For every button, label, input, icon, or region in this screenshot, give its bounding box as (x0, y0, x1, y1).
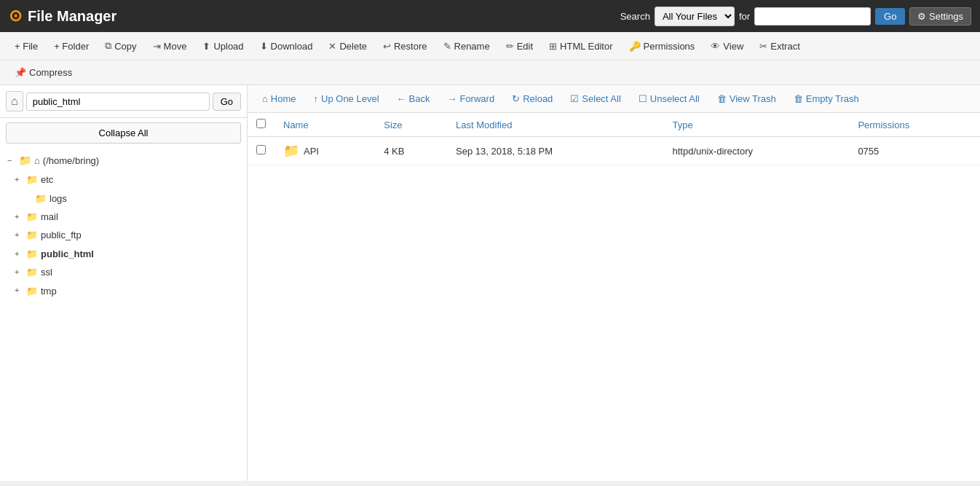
folder-icon-public-ftp: 📁 (26, 227, 38, 243)
file-modified-cell: Sep 13, 2018, 5:18 PM (447, 137, 663, 165)
file-tree: − 📁 ⌂ (/home/bring) + 📁 etc 📁 logs + 📁 (0, 148, 247, 303)
toolbar-row2: 📌 Compress (0, 60, 980, 85)
tree-item-ssl[interactable]: + 📁 ssl (6, 263, 241, 281)
restore-button[interactable]: ↩ Restore (376, 37, 435, 55)
copy-icon: ⧉ (105, 40, 111, 52)
tree-item-tmp[interactable]: + 📁 tmp (6, 282, 241, 300)
home-path-icon[interactable]: ⌂ (6, 91, 23, 111)
sidebar: ⌂ Go Collapse All − 📁 ⌂ (/home/bring) + … (0, 85, 248, 481)
forward-icon: → (447, 93, 457, 104)
path-input[interactable] (26, 93, 210, 111)
forward-button[interactable]: → Forward (440, 90, 502, 108)
tree-label-tmp: tmp (41, 283, 57, 299)
empty-trash-button[interactable]: 🗑 Empty Trash (786, 90, 866, 108)
table-row[interactable]: 📁 API 4 KB Sep 13, 2018, 5:18 PM httpd/u… (248, 137, 980, 165)
expand-icon-root: − (7, 154, 16, 168)
search-area: Search All Your Files Public Files Priva… (620, 7, 971, 26)
empty-trash-icon: 🗑 (794, 93, 803, 104)
tree-item-etc[interactable]: + 📁 etc (6, 171, 241, 189)
folder-icon-public-html: 📁 (26, 246, 38, 262)
main-toolbar: + File + Folder ⧉ Copy ⇥ Move ⬆ Upload ⬇… (0, 32, 980, 60)
move-button[interactable]: ⇥ Move (146, 37, 194, 55)
select-all-header[interactable] (248, 113, 274, 137)
folder-icon-mail: 📁 (26, 208, 38, 225)
up-one-level-button[interactable]: ↑ Up One Level (307, 90, 387, 108)
extract-button[interactable]: ✂ Extract (752, 37, 807, 55)
up-icon: ↑ (314, 93, 319, 104)
permissions-column-header[interactable]: Permissions (849, 113, 980, 137)
tree-label-mail: mail (41, 208, 58, 225)
upload-button[interactable]: ⬆ Upload (195, 37, 250, 55)
cp-icon: ⊙ (9, 7, 22, 26)
trash-icon: 🗑 (717, 93, 727, 104)
home-tree-icon: ⌂ (34, 152, 40, 169)
app-logo: ⊙ File Manager (9, 7, 116, 26)
reload-icon: ↻ (512, 93, 520, 104)
permissions-icon: 🔑 (629, 41, 641, 52)
tree-item-mail[interactable]: + 📁 mail (6, 208, 241, 226)
tree-label-etc: etc (41, 171, 53, 188)
app-title: File Manager (28, 8, 116, 25)
name-column-header[interactable]: Name (274, 113, 375, 137)
download-icon: ⬇ (260, 41, 268, 52)
search-for-label: for (739, 11, 750, 22)
view-trash-button[interactable]: 🗑 View Trash (710, 90, 783, 108)
new-folder-button[interactable]: + Folder (47, 37, 96, 55)
move-icon: ⇥ (153, 41, 161, 52)
upload-icon: ⬆ (202, 41, 210, 52)
rename-button[interactable]: ✎ Rename (436, 37, 497, 55)
reload-button[interactable]: ↻ Reload (505, 90, 560, 108)
tree-item-public-ftp[interactable]: + 📁 public_ftp (6, 226, 241, 244)
expand-icon-public-ftp: + (15, 228, 23, 243)
unselect-all-button[interactable]: ☐ Unselect All (631, 90, 707, 108)
main-layout: ⌂ Go Collapse All − 📁 ⌂ (/home/bring) + … (0, 85, 980, 481)
rename-icon: ✎ (443, 41, 451, 52)
expand-icon-tmp: + (15, 283, 23, 298)
back-button[interactable]: ← Back (390, 90, 438, 108)
file-folder-icon: 📁 (283, 143, 299, 159)
tree-item-logs[interactable]: 📁 logs (6, 189, 241, 208)
folder-icon-logs: 📁 (35, 190, 47, 207)
row-checkbox[interactable] (248, 137, 274, 165)
expand-icon-public-html: + (15, 247, 23, 262)
file-area: ⌂ Home ↑ Up One Level ← Back → Forward ↻… (248, 85, 980, 481)
tree-label-ssl: ssl (41, 264, 52, 281)
search-scope-select[interactable]: All Your Files Public Files Private File… (655, 7, 735, 26)
expand-icon-ssl: + (15, 265, 23, 280)
delete-icon: ✕ (328, 41, 336, 52)
file-table: Name Size Last Modified Type Permissions… (248, 113, 980, 165)
tree-item-public-html[interactable]: + 📁 public_html (6, 245, 241, 263)
home-nav-icon: ⌂ (262, 93, 268, 104)
html-editor-button[interactable]: ⊞ HTML Editor (542, 37, 620, 55)
file-size-cell: 4 KB (375, 137, 447, 165)
view-button[interactable]: 👁 View (703, 37, 751, 55)
delete-button[interactable]: ✕ Delete (321, 37, 374, 55)
permissions-button[interactable]: 🔑 Permissions (622, 37, 703, 55)
expand-icon-etc: + (15, 173, 23, 187)
last-modified-column-header[interactable]: Last Modified (447, 113, 663, 137)
search-input[interactable] (754, 7, 871, 26)
folder-icon-tmp: 📁 (26, 283, 38, 299)
collapse-all-button[interactable]: Collapse All (6, 122, 241, 144)
download-button[interactable]: ⬇ Download (253, 37, 320, 55)
tree-label-public-ftp: public_ftp (41, 227, 82, 243)
search-go-button[interactable]: Go (875, 8, 905, 25)
settings-button[interactable]: ⚙ Settings (909, 7, 971, 26)
edit-button[interactable]: ✏ Edit (499, 37, 540, 55)
search-label: Search (620, 11, 650, 22)
restore-icon: ↩ (383, 41, 391, 52)
path-go-button[interactable]: Go (213, 93, 241, 111)
file-name-cell[interactable]: 📁 API (274, 137, 375, 165)
new-file-button[interactable]: + File (7, 37, 45, 55)
compress-icon: 📌 (15, 67, 26, 78)
select-all-icon: ☑ (570, 93, 579, 104)
type-column-header[interactable]: Type (663, 113, 849, 137)
compress-button[interactable]: 📌 Compress (7, 63, 79, 82)
select-all-button[interactable]: ☑ Select All (563, 90, 628, 108)
edit-icon: ✏ (506, 41, 514, 52)
size-column-header[interactable]: Size (375, 113, 447, 137)
unselect-all-icon: ☐ (639, 93, 647, 104)
tree-item-root[interactable]: − 📁 ⌂ (/home/bring) (6, 151, 241, 171)
copy-button[interactable]: ⧉ Copy (98, 36, 143, 55)
home-nav-button[interactable]: ⌂ Home (255, 90, 304, 108)
